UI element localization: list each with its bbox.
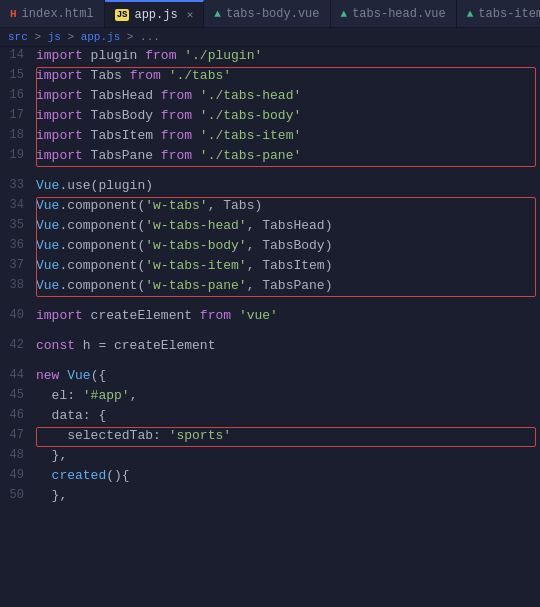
line-content: Vue.component('w-tabs', Tabs) xyxy=(36,198,540,213)
tab-bar: H index.html JS app.js ✕ ▲ tabs-body.vue… xyxy=(0,0,540,28)
tab-label: tabs-head.vue xyxy=(352,7,446,21)
code-line-14: 14 import plugin from './plugin' xyxy=(0,47,540,67)
line-content: new Vue({ xyxy=(36,368,540,383)
code-line-15: 15 import Tabs from './tabs' xyxy=(0,67,540,87)
line-number: 38 xyxy=(0,278,36,292)
line-number: 44 xyxy=(0,368,36,382)
tab-app-js[interactable]: JS app.js ✕ xyxy=(105,0,205,27)
line-number: 35 xyxy=(0,218,36,232)
line-content: created(){ xyxy=(36,468,540,483)
line-content: el: '#app', xyxy=(36,388,540,403)
tab-label: tabs-item.vue xyxy=(478,7,540,21)
line-number: 36 xyxy=(0,238,36,252)
breadcrumb-src: src xyxy=(8,31,28,43)
code-line-35: 35 Vue.component('w-tabs-head', TabsHead… xyxy=(0,217,540,237)
line-content: Vue.component('w-tabs-head', TabsHead) xyxy=(36,218,540,233)
line-number: 15 xyxy=(0,68,36,82)
line-number: 33 xyxy=(0,178,36,192)
line-number: 49 xyxy=(0,468,36,482)
line-number: 17 xyxy=(0,108,36,122)
tab-label: index.html xyxy=(22,7,94,21)
tab-label: tabs-body.vue xyxy=(226,7,320,21)
line-content: import TabsBody from './tabs-body' xyxy=(36,108,540,123)
import-group-1: 15 import Tabs from './tabs' 16 import T… xyxy=(0,67,540,167)
code-line-37: 37 Vue.component('w-tabs-item', TabsItem… xyxy=(0,257,540,277)
code-line-17: 17 import TabsBody from './tabs-body' xyxy=(0,107,540,127)
tab-tabs-head-vue[interactable]: ▲ tabs-head.vue xyxy=(331,0,457,27)
breadcrumb: src > js > app.js > ... xyxy=(0,28,540,47)
code-line-16: 16 import TabsHead from './tabs-head' xyxy=(0,87,540,107)
line-number: 14 xyxy=(0,48,36,62)
html-icon: H xyxy=(10,8,17,20)
vue-icon: ▲ xyxy=(214,8,221,20)
code-line-19: 19 import TabsPane from './tabs-pane' xyxy=(0,147,540,167)
line-number: 46 xyxy=(0,408,36,422)
line-content: selectedTab: 'sports' xyxy=(36,428,540,443)
line-content: import TabsHead from './tabs-head' xyxy=(36,88,540,103)
line-number: 42 xyxy=(0,338,36,352)
gap-2 xyxy=(0,297,540,307)
line-number: 48 xyxy=(0,448,36,462)
tab-tabs-body-vue[interactable]: ▲ tabs-body.vue xyxy=(204,0,330,27)
line-number: 16 xyxy=(0,88,36,102)
line-content: import createElement from 'vue' xyxy=(36,308,540,323)
code-line-48: 48 }, xyxy=(0,447,540,467)
line-content: data: { xyxy=(36,408,540,423)
line-content: import plugin from './plugin' xyxy=(36,48,540,63)
line-number: 45 xyxy=(0,388,36,402)
code-line-50: 50 }, xyxy=(0,487,540,507)
line-number: 47 xyxy=(0,428,36,442)
line-content: const h = createElement xyxy=(36,338,540,353)
code-line-40: 40 import createElement from 'vue' xyxy=(0,307,540,327)
line-content: }, xyxy=(36,488,540,503)
vue-icon: ▲ xyxy=(341,8,348,20)
code-line-38: 38 Vue.component('w-tabs-pane', TabsPane… xyxy=(0,277,540,297)
line-content: Vue.component('w-tabs-body', TabsBody) xyxy=(36,238,540,253)
code-line-18: 18 import TabsItem from './tabs-item' xyxy=(0,127,540,147)
line-number: 40 xyxy=(0,308,36,322)
gap-1 xyxy=(0,167,540,177)
code-line-33: 33 Vue.use(plugin) xyxy=(0,177,540,197)
code-line-47: 47 selectedTab: 'sports' xyxy=(0,427,540,447)
selected-tab-group: 47 selectedTab: 'sports' xyxy=(0,427,540,447)
tab-tabs-item-vue[interactable]: ▲ tabs-item.vue xyxy=(457,0,540,27)
line-number: 50 xyxy=(0,488,36,502)
line-content: import TabsPane from './tabs-pane' xyxy=(36,148,540,163)
code-line-34: 34 Vue.component('w-tabs', Tabs) xyxy=(0,197,540,217)
line-number: 18 xyxy=(0,128,36,142)
line-content: import TabsItem from './tabs-item' xyxy=(36,128,540,143)
line-number: 34 xyxy=(0,198,36,212)
code-line-44: 44 new Vue({ xyxy=(0,367,540,387)
tab-label: app.js xyxy=(134,8,177,22)
import-group-2: 34 Vue.component('w-tabs', Tabs) 35 Vue.… xyxy=(0,197,540,297)
tab-index-html[interactable]: H index.html xyxy=(0,0,105,27)
line-content: import Tabs from './tabs' xyxy=(36,68,540,83)
gap-3 xyxy=(0,327,540,337)
code-line-42: 42 const h = createElement xyxy=(0,337,540,357)
code-line-36: 36 Vue.component('w-tabs-body', TabsBody… xyxy=(0,237,540,257)
gap-4 xyxy=(0,357,540,367)
line-content: Vue.component('w-tabs-pane', TabsPane) xyxy=(36,278,540,293)
breadcrumb-file: app.js xyxy=(81,31,121,43)
breadcrumb-js: js xyxy=(48,31,61,43)
line-content: Vue.use(plugin) xyxy=(36,178,540,193)
code-line-46: 46 data: { xyxy=(0,407,540,427)
js-icon: JS xyxy=(115,9,130,21)
code-line-49: 49 created(){ xyxy=(0,467,540,487)
line-content: }, xyxy=(36,448,540,463)
line-number: 37 xyxy=(0,258,36,272)
code-editor: 14 import plugin from './plugin' 15 impo… xyxy=(0,47,540,507)
code-line-45: 45 el: '#app', xyxy=(0,387,540,407)
line-content: Vue.component('w-tabs-item', TabsItem) xyxy=(36,258,540,273)
vue-icon: ▲ xyxy=(467,8,474,20)
close-icon[interactable]: ✕ xyxy=(187,8,194,21)
line-number: 19 xyxy=(0,148,36,162)
